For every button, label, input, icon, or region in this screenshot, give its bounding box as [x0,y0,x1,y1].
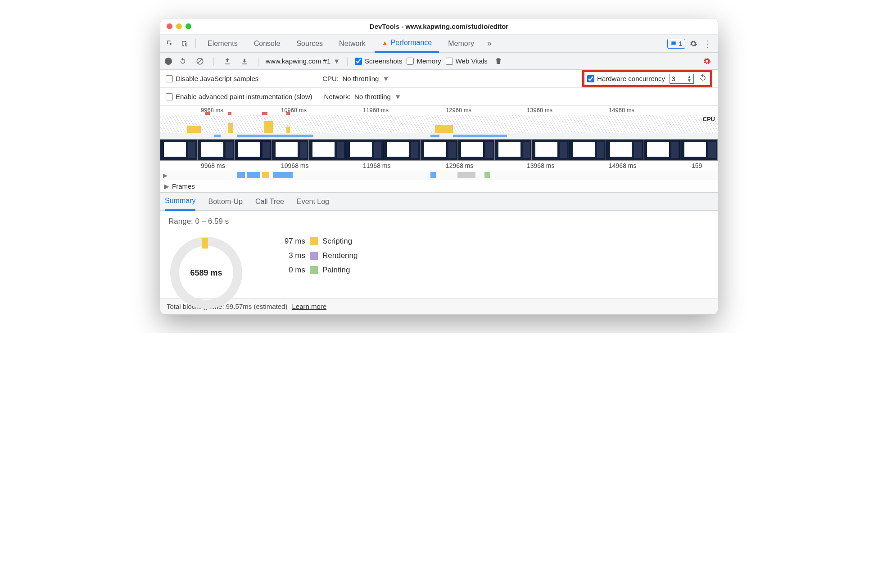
tab-network[interactable]: Network [332,35,373,53]
tab-call-tree[interactable]: Call Tree [255,193,284,211]
filmstrip-frame[interactable] [235,140,272,160]
inspect-element-icon[interactable] [164,37,177,50]
capture-settings-row-1: Disable JavaScript samples CPU: No throt… [160,70,718,88]
expand-icon[interactable]: ▶ [163,172,167,179]
filmstrip-frame[interactable] [160,140,198,160]
overview-net-row: NET [160,133,718,139]
reset-concurrency-icon[interactable] [698,73,707,84]
filmstrip-frame[interactable] [346,140,384,160]
reload-record-icon[interactable] [177,55,189,68]
tab-performance[interactable]: ▲Performance [375,35,439,53]
target-dropdown[interactable]: www.kapwing.com #1▼ [266,57,340,65]
details-tabs: Summary Bottom-Up Call Tree Event Log [160,193,718,211]
performance-toolbar: www.kapwing.com #1▼ Screenshots Memory W… [160,53,718,70]
warning-icon: ▲ [382,39,388,46]
issues-badge[interactable]: 1 [667,39,685,49]
legend-scripting: 97 msScripting [276,237,358,246]
summary-donut-chart: 6589 ms [168,237,249,295]
donut-center-value: 6589 ms [190,268,222,278]
filmstrip-frame[interactable] [569,140,606,160]
tab-console[interactable]: Console [247,35,288,53]
tab-summary[interactable]: Summary [165,193,195,211]
devtools-window: DevTools - www.kapwing.com/studio/editor… [160,18,718,315]
capture-settings-icon[interactable] [701,55,713,68]
filmstrip-frame[interactable] [606,140,643,160]
filmstrip-frame[interactable] [383,140,421,160]
detail-ruler: 9968 ms 10968 ms 11968 ms 12968 ms 13968… [160,161,718,171]
tab-event-log[interactable]: Event Log [297,193,329,211]
swatch-icon [310,252,318,260]
settings-icon[interactable] [687,37,700,50]
chevron-down-icon: ▼ [394,93,401,100]
overview-cpu-chart: CPU [160,115,718,133]
memory-checkbox[interactable]: Memory [407,57,441,65]
minimize-window-icon[interactable] [176,23,182,29]
filmstrip-frame[interactable] [680,140,718,160]
hardware-concurrency-highlight: Hardware concurrency 3 ▲▼ [582,70,712,87]
summary-footer: Total blocking time: 99.57ms (estimated)… [160,298,718,314]
hardware-concurrency-checkbox[interactable]: Hardware concurrency [587,75,665,82]
record-button-icon[interactable] [165,58,172,65]
save-profile-icon[interactable] [238,55,251,68]
legend-painting: 0 msPainting [276,266,358,275]
window-traffic-lights [167,23,191,29]
titlebar: DevTools - www.kapwing.com/studio/editor [160,18,718,35]
close-window-icon[interactable] [167,23,172,29]
frames-label: Frames [172,182,195,190]
timeline-overview[interactable]: 9968 ms 10968 ms 11968 ms 12968 ms 13968… [160,106,718,161]
tab-memory[interactable]: Memory [441,35,481,53]
chevron-down-icon: ▼ [333,57,340,65]
learn-more-link[interactable]: Learn more [292,303,326,310]
donut-scripting-slice [202,238,208,249]
window-title: DevTools - www.kapwing.com/studio/editor [370,23,508,30]
tab-bottom-up[interactable]: Bottom-Up [208,193,242,211]
filmstrip-frame[interactable] [643,140,681,160]
filmstrip-frame[interactable] [272,140,309,160]
device-toolbar-icon[interactable] [178,37,191,50]
capture-settings-row-2: Enable advanced paint instrumentation (s… [160,88,718,106]
filmstrip-frame[interactable] [532,140,569,160]
tab-sources[interactable]: Sources [289,35,330,53]
divider [195,39,196,48]
swatch-icon [310,237,318,245]
kebab-menu-icon[interactable]: ⋮ [701,37,714,50]
overview-ruler: 9968 ms 10968 ms 11968 ms 12968 ms 13968… [160,106,718,115]
hardware-concurrency-input[interactable]: 3 ▲▼ [670,74,694,84]
summary-legend: 97 msScripting 3 msRendering 0 msPaintin… [276,237,358,275]
network-throttling-dropdown[interactable]: Network: No throttling ▼ [324,93,402,100]
range-text: Range: 0 – 6.59 s [168,217,710,226]
clear-icon[interactable] [194,55,206,68]
zoom-window-icon[interactable] [186,23,191,29]
frames-track[interactable]: ▶ Frames [160,180,718,193]
enable-paint-instrumentation-checkbox[interactable]: Enable advanced paint instrumentation (s… [166,93,312,100]
filmstrip-frame[interactable] [198,140,235,160]
main-tabs: Elements Console Sources Network ▲Perfor… [160,35,718,53]
swatch-icon [310,266,318,274]
svg-line-1 [198,59,202,63]
disable-js-samples-checkbox[interactable]: Disable JavaScript samples [166,75,258,82]
load-profile-icon[interactable] [221,55,234,68]
screenshots-filmstrip[interactable] [160,139,718,161]
summary-panel: Range: 0 – 6.59 s 6589 ms 97 msScripting… [160,211,718,298]
filmstrip-frame[interactable] [457,140,495,160]
filmstrip-frame[interactable] [495,140,532,160]
filmstrip-frame[interactable] [309,140,346,160]
legend-rendering: 3 msRendering [276,251,358,260]
more-tabs-icon[interactable]: » [483,37,496,50]
cpu-throttling-dropdown[interactable]: CPU: No throttling ▼ [322,75,389,82]
expand-icon[interactable]: ▶ [164,182,169,190]
garbage-collect-icon[interactable] [492,55,505,68]
screenshots-checkbox[interactable]: Screenshots [355,57,402,65]
web-vitals-checkbox[interactable]: Web Vitals [446,57,488,65]
stepper-icon[interactable]: ▲▼ [687,75,692,82]
total-blocking-time: Total blocking time: 99.57ms (estimated) [167,303,287,310]
network-track[interactable]: ▶ [160,171,718,180]
filmstrip-frame[interactable] [421,140,458,160]
tab-elements[interactable]: Elements [200,35,245,53]
chevron-down-icon: ▼ [383,75,389,82]
